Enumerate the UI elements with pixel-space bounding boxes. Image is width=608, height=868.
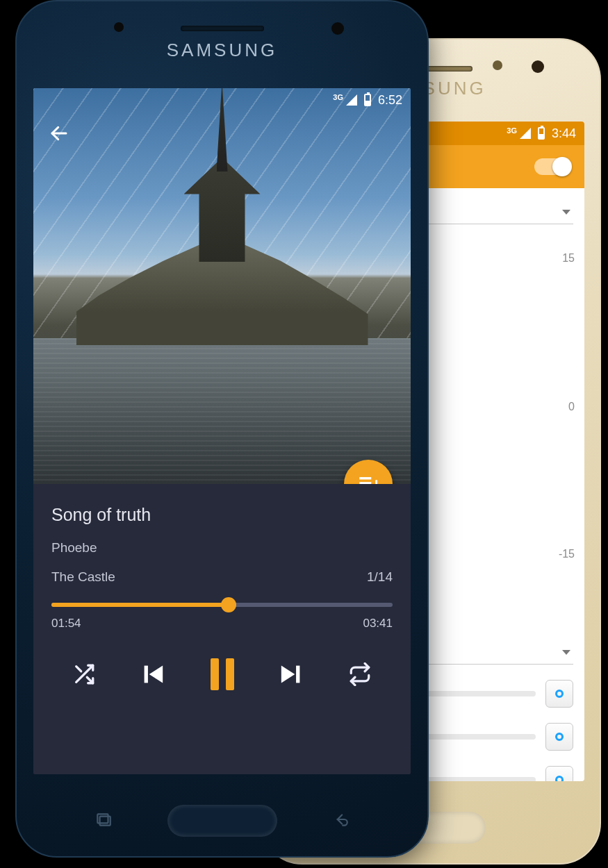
reset-icon bbox=[555, 733, 564, 741]
water-reflection bbox=[33, 338, 411, 484]
recent-apps-button[interactable] bbox=[93, 810, 114, 828]
signal-icon bbox=[346, 94, 357, 106]
network-label: 3G bbox=[507, 126, 517, 135]
now-playing-info: Song of truth Phoebe The Castle 1/14 01:… bbox=[33, 484, 411, 690]
reset-icon bbox=[555, 776, 564, 781]
svg-marker-10 bbox=[149, 666, 163, 683]
hw-back-button[interactable] bbox=[330, 810, 351, 828]
shuffle-icon bbox=[72, 662, 96, 686]
reset-icon bbox=[555, 690, 564, 698]
album-row: The Castle 1/14 bbox=[51, 569, 393, 585]
scale-ticks: 15 0 -15 bbox=[540, 256, 575, 555]
next-button[interactable] bbox=[277, 660, 306, 690]
player-screen: 3G 6:52 Song o bbox=[33, 88, 411, 774]
album-name: The Castle bbox=[51, 569, 115, 585]
skip-next-icon bbox=[277, 660, 306, 690]
playback-controls bbox=[51, 631, 393, 690]
status-time: 3:44 bbox=[552, 126, 576, 141]
speaker-grille bbox=[181, 26, 264, 31]
home-button[interactable] bbox=[167, 805, 277, 837]
song-title: Song of truth bbox=[51, 505, 393, 525]
sensor-dot bbox=[493, 60, 502, 70]
time-duration: 03:41 bbox=[363, 617, 393, 631]
seek-thumb[interactable] bbox=[221, 597, 236, 612]
chevron-down-icon bbox=[562, 650, 570, 655]
battery-icon bbox=[364, 94, 371, 106]
scale-min: -15 bbox=[559, 548, 575, 560]
seek-bar[interactable] bbox=[51, 603, 393, 607]
svg-line-8 bbox=[76, 667, 81, 671]
svg-rect-1 bbox=[359, 477, 371, 479]
svg-rect-12 bbox=[296, 666, 299, 683]
status-bar: 3G 6:52 bbox=[33, 88, 411, 112]
effect-reset-button[interactable] bbox=[545, 680, 573, 708]
pause-icon bbox=[211, 658, 234, 690]
device-brand: SAMSUNG bbox=[17, 40, 427, 61]
castle-illustration bbox=[76, 172, 368, 345]
time-row: 01:54 03:41 bbox=[51, 617, 393, 631]
back-button[interactable] bbox=[49, 123, 69, 144]
chevron-down-icon bbox=[562, 210, 570, 215]
device-frame-player: SAMSUNG 3G 6:52 bbox=[15, 0, 429, 858]
sensor-dot bbox=[114, 22, 124, 32]
scale-mid: 0 bbox=[568, 401, 575, 413]
track-index: 1/14 bbox=[367, 569, 393, 585]
equalizer-toggle[interactable] bbox=[534, 158, 570, 175]
repeat-icon bbox=[348, 662, 372, 686]
arrow-left-icon bbox=[49, 123, 69, 144]
time-elapsed: 01:54 bbox=[51, 617, 81, 631]
shuffle-button[interactable] bbox=[72, 662, 96, 686]
status-time: 6:52 bbox=[378, 93, 402, 108]
front-camera bbox=[331, 22, 344, 35]
recent-apps-icon bbox=[93, 810, 114, 828]
previous-button[interactable] bbox=[138, 660, 168, 690]
seek-progress bbox=[51, 603, 229, 607]
front-camera bbox=[532, 60, 544, 73]
svg-rect-9 bbox=[145, 666, 148, 683]
toggle-knob bbox=[552, 157, 572, 176]
playlist-icon bbox=[356, 472, 380, 484]
album-art bbox=[33, 88, 411, 484]
back-icon bbox=[330, 810, 351, 828]
svg-rect-2 bbox=[359, 482, 371, 484]
effect-reset-button[interactable] bbox=[545, 723, 573, 751]
scale-max: 15 bbox=[562, 252, 575, 265]
play-pause-button[interactable] bbox=[211, 658, 234, 690]
skip-previous-icon bbox=[138, 660, 168, 690]
svg-rect-5 bbox=[375, 480, 377, 484]
repeat-button[interactable] bbox=[348, 662, 372, 686]
artist-name: Phoebe bbox=[51, 540, 393, 556]
battery-icon bbox=[538, 127, 545, 140]
signal-icon bbox=[520, 128, 531, 139]
network-label: 3G bbox=[333, 93, 343, 101]
effect-reset-button[interactable] bbox=[545, 766, 573, 781]
svg-marker-11 bbox=[281, 666, 295, 683]
